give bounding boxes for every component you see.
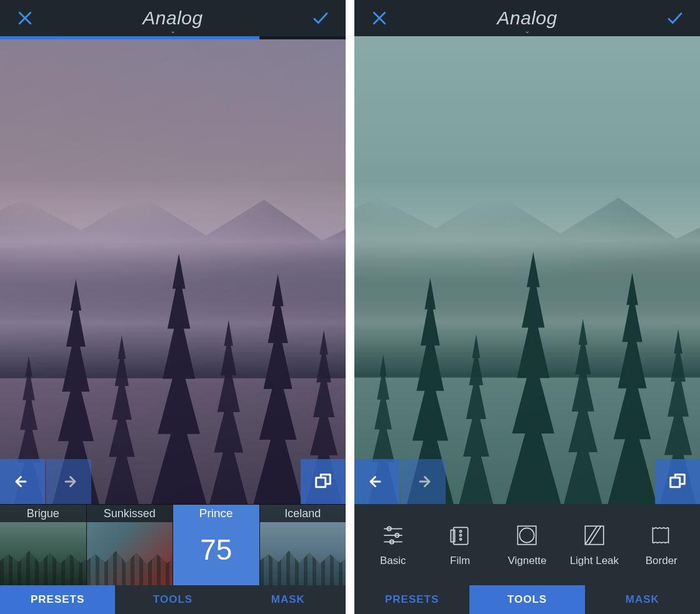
screen-tools: Analog ⌄ bbox=[354, 0, 700, 614]
preset-label: Iceland bbox=[260, 505, 346, 522]
arrow-right-icon bbox=[59, 472, 78, 491]
check-icon bbox=[311, 9, 330, 27]
undo-button[interactable] bbox=[0, 459, 45, 504]
bottom-tabs: PRESETS TOOLS MASK bbox=[354, 585, 700, 614]
svg-point-14 bbox=[520, 528, 534, 542]
redo-button[interactable] bbox=[401, 459, 446, 504]
tab-tools[interactable]: TOOLS bbox=[115, 585, 230, 614]
tool-vignette[interactable]: Vignette bbox=[498, 522, 556, 567]
tab-mask[interactable]: MASK bbox=[231, 585, 346, 614]
preset-strip: Brigue Sunkissed Prince 75 Iceland bbox=[0, 504, 346, 585]
preset-sunkissed[interactable]: Sunkissed bbox=[87, 505, 174, 585]
svg-point-10 bbox=[460, 530, 462, 532]
border-icon bbox=[648, 522, 674, 548]
chevron-down-icon: ⌄ bbox=[524, 27, 530, 35]
x-icon bbox=[370, 9, 389, 27]
tool-label: Light Leak bbox=[570, 555, 619, 567]
confirm-button[interactable] bbox=[664, 7, 686, 29]
header-title: Analog bbox=[0, 7, 346, 29]
cancel-button[interactable] bbox=[368, 7, 391, 29]
svg-rect-1 bbox=[671, 478, 680, 487]
preset-label: Prince bbox=[173, 505, 259, 522]
svg-rect-13 bbox=[518, 526, 536, 544]
light-leak-icon bbox=[581, 522, 608, 548]
undo-button[interactable] bbox=[354, 459, 399, 504]
header: Analog ⌄ bbox=[0, 0, 346, 36]
sliders-icon bbox=[380, 522, 406, 548]
tool-film[interactable]: Film bbox=[431, 522, 489, 567]
arrow-right-icon bbox=[414, 472, 432, 491]
svg-rect-15 bbox=[585, 526, 603, 544]
photo-canvas[interactable] bbox=[0, 39, 346, 504]
bottom-tabs: PRESETS TOOLS MASK bbox=[0, 585, 346, 614]
compare-icon bbox=[668, 472, 687, 491]
tool-label: Film bbox=[450, 555, 470, 567]
compare-button[interactable] bbox=[301, 459, 346, 504]
tool-strip: Basic Film Vignette Light Leak Border bbox=[354, 504, 700, 585]
photo-content bbox=[354, 36, 700, 504]
svg-point-11 bbox=[460, 534, 462, 536]
tool-light-leak[interactable]: Light Leak bbox=[565, 522, 624, 567]
preset-iceland[interactable]: Iceland bbox=[260, 505, 346, 585]
header-title: Analog bbox=[354, 7, 700, 29]
preset-brigue[interactable]: Brigue bbox=[0, 505, 87, 585]
svg-rect-9 bbox=[451, 530, 454, 542]
tab-presets[interactable]: PRESETS bbox=[354, 585, 469, 614]
tool-border[interactable]: Border bbox=[632, 522, 691, 567]
tool-label: Vignette bbox=[508, 555, 546, 567]
tool-basic[interactable]: Basic bbox=[364, 522, 422, 567]
vignette-icon bbox=[514, 522, 540, 548]
arrow-left-icon bbox=[13, 472, 32, 491]
x-icon bbox=[16, 9, 34, 27]
check-icon bbox=[666, 9, 684, 27]
photo-content bbox=[0, 39, 346, 504]
tab-tools[interactable]: TOOLS bbox=[469, 585, 584, 614]
header: Analog ⌄ bbox=[354, 0, 700, 36]
compare-button[interactable] bbox=[655, 459, 700, 504]
preset-label: Brigue bbox=[0, 505, 86, 522]
compare-icon bbox=[314, 472, 332, 491]
screen-presets: Analog ⌄ bbox=[0, 0, 346, 614]
canvas-action-bar bbox=[354, 459, 700, 504]
redo-button[interactable] bbox=[46, 459, 91, 504]
tool-label: Basic bbox=[380, 555, 406, 567]
tab-presets[interactable]: PRESETS bbox=[0, 585, 115, 614]
svg-rect-0 bbox=[316, 478, 326, 487]
canvas-action-bar bbox=[0, 459, 346, 504]
confirm-button[interactable] bbox=[309, 7, 332, 29]
chevron-down-icon: ⌄ bbox=[170, 27, 176, 35]
cancel-button[interactable] bbox=[14, 7, 36, 29]
film-icon bbox=[447, 522, 473, 548]
tab-mask[interactable]: MASK bbox=[585, 585, 700, 614]
preset-label: Sunkissed bbox=[87, 505, 173, 522]
preset-prince[interactable]: Prince 75 bbox=[173, 505, 260, 585]
tool-label: Border bbox=[646, 555, 678, 567]
svg-point-12 bbox=[460, 538, 462, 540]
photo-canvas[interactable] bbox=[354, 36, 700, 504]
arrow-left-icon bbox=[368, 472, 386, 491]
